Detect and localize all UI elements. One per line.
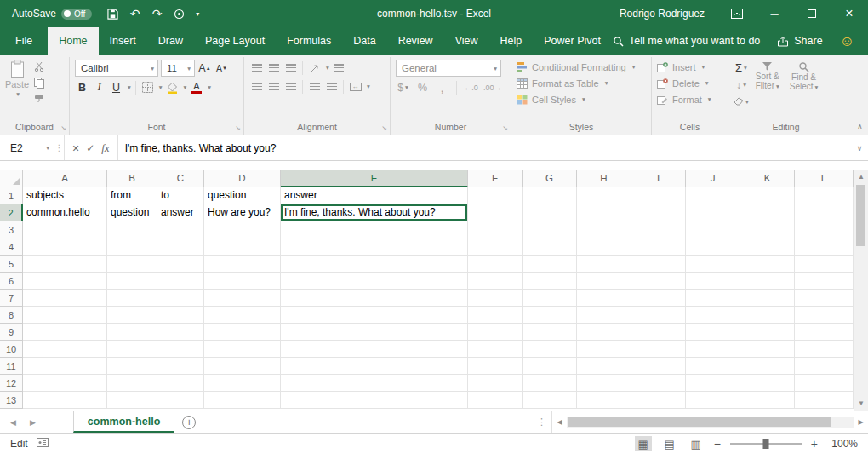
number-format-combo[interactable]: General▾	[396, 60, 501, 77]
top-align-button[interactable]	[249, 60, 264, 76]
column-header-F[interactable]: F	[468, 170, 523, 187]
page-layout-view-button[interactable]: ▤	[661, 436, 678, 451]
format-as-table-button[interactable]: Format as Table ▾	[517, 75, 648, 91]
horizontal-scrollbar[interactable]: ◀ ▶	[551, 411, 868, 433]
cell-L11[interactable]	[795, 358, 854, 375]
cell-B5[interactable]	[107, 256, 157, 273]
cell-B3[interactable]	[107, 221, 157, 238]
cell-G12[interactable]	[523, 375, 577, 392]
cell-E7[interactable]	[281, 290, 468, 307]
scroll-right-button[interactable]: ▶	[854, 418, 868, 426]
cell-A3[interactable]	[23, 221, 107, 238]
tab-data[interactable]: Data	[342, 27, 386, 55]
ribbon-display-options-button[interactable]	[718, 0, 756, 27]
row-header-2[interactable]: 2	[0, 204, 23, 221]
cell-I9[interactable]	[631, 324, 686, 341]
zoom-level[interactable]: 100%	[827, 438, 858, 450]
name-box[interactable]: E2 ▾	[0, 135, 54, 160]
cell-K8[interactable]	[740, 307, 795, 324]
number-dialog-launcher[interactable]: ↘	[502, 125, 508, 132]
orientation-dropdown-icon[interactable]: ▾	[326, 64, 329, 72]
zoom-in-button[interactable]: +	[811, 437, 818, 451]
cell-J10[interactable]	[686, 341, 740, 358]
cell-D4[interactable]	[204, 238, 281, 256]
cell-F13[interactable]	[468, 392, 523, 409]
cell-B13[interactable]	[107, 392, 157, 409]
merge-dropdown-icon[interactable]: ▾	[367, 83, 370, 90]
cell-D6[interactable]	[204, 273, 281, 290]
font-name-combo[interactable]: Calibri▾	[75, 60, 158, 77]
cell-C10[interactable]	[157, 341, 204, 358]
cell-G9[interactable]	[523, 324, 577, 341]
row-header-13[interactable]: 13	[0, 392, 23, 409]
collapse-ribbon-button[interactable]: ∧	[857, 122, 863, 131]
undo-button[interactable]: ↶	[124, 3, 146, 25]
cell-C11[interactable]	[157, 358, 204, 375]
decrease-indent-button[interactable]	[307, 78, 322, 95]
row-header-11[interactable]: 11	[0, 358, 23, 375]
cell-I3[interactable]	[631, 221, 686, 238]
column-header-L[interactable]: L	[795, 170, 854, 187]
cell-I13[interactable]	[631, 392, 686, 409]
row-header-12[interactable]: 12	[0, 375, 23, 392]
cell-G6[interactable]	[523, 273, 577, 290]
column-header-H[interactable]: H	[577, 170, 631, 187]
cell-H13[interactable]	[577, 392, 631, 409]
cell-H4[interactable]	[577, 238, 631, 256]
align-center-button[interactable]	[266, 78, 281, 95]
scroll-left-button[interactable]: ◀	[552, 418, 567, 426]
row-header-6[interactable]: 6	[0, 273, 23, 290]
cell-F4[interactable]	[468, 238, 523, 256]
increase-indent-button[interactable]	[324, 78, 339, 95]
tab-split-handle[interactable]: ⋮	[532, 411, 551, 433]
cell-B6[interactable]	[107, 273, 157, 290]
underline-button[interactable]: U	[109, 79, 123, 95]
cell-H9[interactable]	[577, 324, 631, 341]
close-button[interactable]: ×	[831, 0, 868, 27]
cell-L12[interactable]	[795, 375, 854, 392]
cell-I5[interactable]	[631, 256, 686, 273]
column-header-C[interactable]: C	[157, 170, 204, 187]
cell-K9[interactable]	[740, 324, 795, 341]
cell-H6[interactable]	[577, 273, 631, 290]
cell-C3[interactable]	[157, 221, 204, 238]
cell-C4[interactable]	[157, 238, 204, 256]
find-select-button[interactable]: Find & Select▾	[786, 60, 822, 121]
cell-K13[interactable]	[740, 392, 795, 409]
cell-L4[interactable]	[795, 238, 854, 256]
cell-C6[interactable]	[157, 273, 204, 290]
maximize-button[interactable]	[793, 0, 831, 27]
cell-H5[interactable]	[577, 256, 631, 273]
format-cells-button[interactable]: Format ▾	[657, 91, 724, 107]
tab-view[interactable]: View	[444, 27, 489, 55]
cell-H2[interactable]	[577, 204, 631, 221]
cell-G3[interactable]	[523, 221, 577, 238]
cell-D3[interactable]	[204, 221, 281, 238]
cell-B2[interactable]: question	[107, 204, 157, 221]
font-dialog-launcher[interactable]: ↘	[235, 125, 241, 132]
zoom-out-button[interactable]: −	[714, 437, 721, 451]
cell-I2[interactable]	[631, 204, 686, 221]
tell-me-box[interactable]: Tell me what you want to do	[613, 35, 760, 47]
share-button[interactable]: Share	[777, 35, 822, 47]
cell-F10[interactable]	[468, 341, 523, 358]
normal-view-button[interactable]: ▦	[635, 436, 652, 451]
font-size-combo[interactable]: 11▾	[161, 60, 195, 77]
cell-B4[interactable]	[107, 238, 157, 256]
cell-D13[interactable]	[204, 392, 281, 409]
wrap-text-button[interactable]	[332, 60, 346, 76]
insert-cells-button[interactable]: Insert ▾	[657, 59, 724, 75]
fill-color-dropdown-icon[interactable]: ▾	[184, 83, 187, 91]
cell-E3[interactable]	[281, 221, 468, 238]
increase-font-size-button[interactable]: A▲	[197, 60, 212, 77]
cell-E10[interactable]	[281, 341, 468, 358]
select-all-button[interactable]	[0, 170, 23, 187]
cell-A2[interactable]: common.hello	[23, 204, 107, 221]
tab-home[interactable]: Home	[48, 27, 98, 55]
tab-help[interactable]: Help	[489, 27, 534, 55]
tab-insert[interactable]: Insert	[99, 27, 147, 55]
row-header-4[interactable]: 4	[0, 238, 23, 256]
vertical-scrollbar[interactable]: ▲ ▼	[854, 170, 868, 411]
cut-button[interactable]	[34, 61, 44, 74]
cell-G4[interactable]	[523, 238, 577, 256]
